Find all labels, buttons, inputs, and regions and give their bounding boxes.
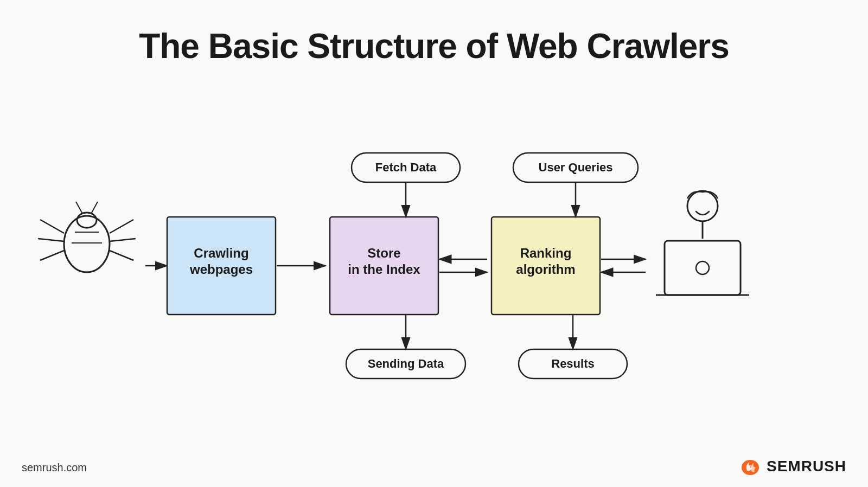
svg-point-32: [696, 261, 709, 274]
svg-point-29: [687, 191, 718, 221]
svg-point-0: [64, 216, 110, 272]
store-box-label2: in the Index: [348, 262, 420, 277]
person-laptop-icon: [656, 191, 749, 295]
svg-line-10: [76, 202, 82, 214]
svg-line-3: [38, 239, 64, 241]
sending-data-label: Sending Data: [368, 357, 444, 370]
svg-line-4: [40, 251, 64, 260]
svg-line-2: [40, 220, 64, 233]
svg-point-35: [742, 460, 759, 475]
svg-line-6: [110, 239, 136, 241]
results-label: Results: [551, 357, 594, 370]
page-title: The Basic Structure of Web Crawlers: [0, 0, 868, 66]
store-box-label: Store: [367, 246, 400, 260]
footer-brand: SEMRUSH: [739, 456, 846, 477]
footer-url: semrush.com: [22, 462, 87, 474]
fetch-data-label: Fetch Data: [375, 161, 437, 174]
svg-line-7: [110, 251, 133, 260]
crawling-box-label2: webpages: [189, 262, 253, 277]
svg-line-5: [110, 220, 133, 233]
semrush-brand-name: SEMRUSH: [767, 458, 846, 475]
svg-rect-31: [665, 241, 741, 295]
ranking-box-label2: algorithm: [516, 262, 575, 277]
spider-icon: [38, 202, 136, 272]
svg-line-11: [91, 202, 98, 214]
crawling-box-label: Crawling: [194, 246, 248, 260]
semrush-logo-icon: [739, 456, 761, 477]
svg-point-1: [77, 213, 97, 228]
ranking-box-label: Ranking: [520, 246, 572, 260]
user-queries-label: User Queries: [539, 161, 613, 174]
